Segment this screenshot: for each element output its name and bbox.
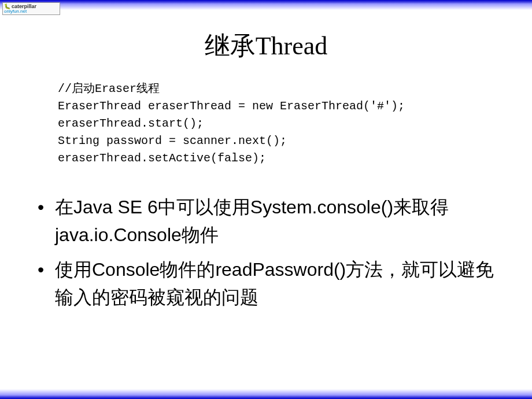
slide-content: 继承Thread //启动Eraser线程 EraserThread erase… [0,0,532,311]
logo-brand: caterpillar [12,3,36,9]
logo-badge: 🐛caterpillar onlyfun.net [2,2,60,15]
bullet-item: 使用Console物件的readPassword()方法，就可以避免输入的密码被… [32,256,503,311]
logo-text-bottom: onlyfun.net [4,9,58,14]
slide-title: 继承Thread [0,29,532,63]
bullet-list: 在Java SE 6中可以使用System.console()来取得java.i… [32,193,503,311]
code-sample: //启动Eraser线程 EraserThread eraserThread =… [58,80,474,167]
bullet-item: 在Java SE 6中可以使用System.console()来取得java.i… [32,193,503,249]
